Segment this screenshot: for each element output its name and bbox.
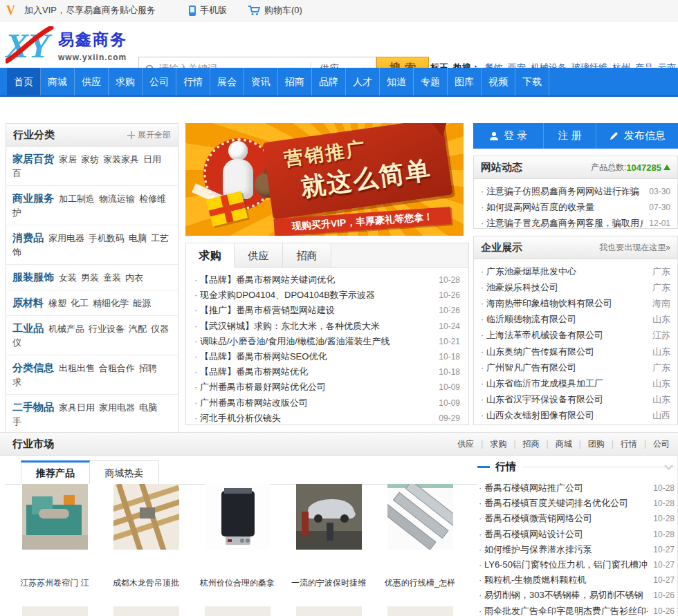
tab-mall-hot[interactable]: 商城热卖 (90, 460, 159, 485)
company-name[interactable]: 山东省临沂市龙成模具加工厂 (481, 377, 647, 390)
product-image[interactable] (387, 484, 453, 550)
category-link[interactable]: 手机数码 (89, 233, 125, 243)
nav-item-video[interactable]: 视频 (482, 68, 515, 95)
market-link[interactable]: 求购 (490, 438, 506, 450)
nav-item-brand[interactable]: 品牌 (312, 68, 346, 95)
nav-item-buy[interactable]: 求购 (109, 68, 143, 95)
product-caption[interactable]: 一流的宁波保时捷维 (284, 577, 374, 589)
category-link[interactable]: 出租出售 (59, 363, 95, 373)
product-caption[interactable]: 江苏苏州卷帘门 江 (10, 577, 100, 589)
company-name[interactable]: 海南热带印象植物饮料有限公司 (481, 297, 647, 310)
company-name[interactable]: 临沂顺德物流有限公司 (481, 313, 647, 326)
category-link[interactable]: 内衣 (125, 272, 143, 283)
nav-item-talent[interactable]: 人才 (346, 68, 380, 95)
category-link[interactable]: 家用电器 (99, 402, 135, 413)
buy-item-title[interactable]: 广州番禺市桥最好网站优化公司 (194, 381, 433, 393)
category-link[interactable]: 手 (12, 416, 21, 427)
category-link[interactable]: 童装 (103, 272, 121, 283)
category-link[interactable]: 男装 (81, 272, 99, 283)
nav-item-invest[interactable]: 招商 (278, 68, 312, 95)
company-name[interactable]: 山西众友镭射图像有限公司 (481, 409, 647, 422)
quote-title[interactable]: 番禺石楼镇网站推广公司 (479, 482, 648, 494)
market-link[interactable]: 公司 (653, 438, 670, 450)
nav-item-download[interactable]: 下载 (515, 68, 549, 95)
product-image[interactable] (387, 606, 453, 616)
category-link[interactable]: 机械产品 (48, 324, 84, 334)
category-title[interactable]: 二手物品 (12, 401, 54, 413)
market-link[interactable]: 团购 (588, 438, 605, 450)
product-caption[interactable]: 杭州价位合理的桑拿 (192, 577, 282, 589)
category-link[interactable]: 家用电器 (48, 233, 84, 243)
tab-recommended-products[interactable]: 推荐产品 (21, 460, 90, 485)
company-name[interactable]: 广东池豪烟草批发中心 (481, 265, 647, 278)
company-name[interactable]: 山东省汉宇环保设备有限公司 (481, 393, 647, 406)
cart-link[interactable]: 购物车(0) (248, 4, 302, 17)
category-title[interactable]: 服装服饰 (12, 271, 54, 283)
category-title[interactable]: 工业品 (12, 322, 44, 334)
category-title[interactable]: 分类信息 (12, 362, 54, 373)
category-link[interactable]: 招聘 (139, 363, 157, 373)
quote-title[interactable]: 如何维护与保养潜水排污泵 (479, 543, 648, 556)
category-link[interactable]: 家装家具 (103, 154, 139, 165)
company-name[interactable]: 山东奥纳广告传媒有限公司 (481, 346, 647, 358)
nav-item-knowledge[interactable]: 知道 (380, 68, 414, 95)
category-link[interactable]: 加工制造 (59, 194, 95, 204)
nav-item-mall[interactable]: 商城 (41, 68, 75, 95)
nav-item-topics[interactable]: 专题 (414, 68, 448, 95)
product-image[interactable] (22, 606, 88, 616)
buy-item-title[interactable]: 河北手机分析仪镜头 (194, 412, 433, 424)
category-title[interactable]: 消费品 (12, 232, 44, 243)
category-link[interactable]: 求 (12, 377, 21, 387)
category-link[interactable]: 橡塑 (48, 298, 66, 308)
news-title[interactable]: 注意骗子冒充易鑫商务网客服，骗取用户 (481, 217, 643, 230)
quote-title[interactable]: 番禺石楼镇百度关键词排名优化公司 (479, 497, 648, 510)
post-info-button[interactable]: 发布信息 (596, 123, 678, 149)
nav-item-expo[interactable]: 展会 (210, 68, 244, 95)
buy-item-title[interactable]: 调味品/小磨香油/食用油/橄榄油/酱油灌装生产线 (194, 335, 433, 348)
product-image[interactable] (205, 484, 271, 550)
mobile-version-link[interactable]: 手机版 (189, 4, 227, 17)
login-button[interactable]: 登 录 (473, 123, 544, 149)
buy-item-title[interactable]: 【品牌】番禺市桥网站优化 (194, 366, 433, 378)
buy-item-title[interactable]: 现金求购DPO4104、DPO4104B数字示波器 (194, 289, 433, 301)
register-button[interactable]: 注 册 (544, 123, 596, 149)
nav-item-company[interactable]: 公司 (143, 68, 176, 95)
company-name[interactable]: 广州智凡广告有限公司 (481, 362, 647, 374)
quote-title[interactable]: 雨伞批发广告伞印字昆明杰费广告衫丝印有 (479, 605, 648, 616)
buy-item-title[interactable]: 【品牌】番禺市桥网站关键词优化 (194, 274, 433, 286)
category-link[interactable]: 物流运输 (99, 194, 135, 204)
product-caption[interactable]: 成都木龙骨吊顶批 (101, 577, 191, 589)
vip-promo-link[interactable]: 加入VIP，尽享易鑫商务贴心服务 (24, 4, 156, 17)
company-name[interactable]: 池豪娱乐科技公司 (481, 281, 647, 294)
product-caption[interactable]: 优惠的行线槽_怎样 (375, 577, 465, 589)
companies-more-link[interactable]: 我也要出现在这里» (599, 242, 670, 254)
category-link[interactable]: 电脑 (139, 402, 157, 413)
quote-title[interactable]: 颗粒机-生物质燃料颗粒机 (479, 574, 648, 586)
buy-item-title[interactable]: 广州番禺市桥网站改版公司 (194, 397, 433, 409)
quote-title[interactable]: 易切削钢，303不锈钢棒，易切削不锈钢 (479, 589, 648, 601)
category-link[interactable]: 电脑 (129, 233, 147, 243)
market-link[interactable]: 供应 (457, 438, 474, 450)
product-image[interactable] (296, 606, 362, 616)
market-link[interactable]: 招商 (523, 438, 540, 450)
quote-title[interactable]: 番禺石楼镇微营销网络公司 (479, 512, 648, 525)
promo-banner[interactable]: 营销推广 就这么简单 现购买升VIP，丰厚豪礼等您拿！ (185, 123, 464, 236)
category-title[interactable]: 原材料 (12, 297, 44, 308)
category-link[interactable]: 家具日用 (59, 402, 95, 413)
product-image[interactable] (113, 606, 179, 616)
company-name[interactable]: 上海法革帝机械设备有限公司 (481, 329, 647, 342)
product-image[interactable] (296, 484, 362, 550)
news-title[interactable]: 注意骗子仿照易鑫商务网网站进行诈骗 (481, 185, 643, 198)
buy-item-title[interactable]: 【品牌】番禺市桥网站SEO优化 (194, 351, 433, 363)
news-title[interactable]: 如何提高网站百度的收录量 (481, 201, 643, 214)
tab-invest[interactable]: 招商 (283, 243, 331, 267)
quote-title[interactable]: 番禺石楼镇网站设计公司 (479, 528, 648, 541)
nav-item-supply[interactable]: 供应 (75, 68, 109, 95)
market-link[interactable]: 行情 (621, 438, 637, 450)
tab-supply[interactable]: 供应 (235, 243, 283, 267)
expand-all-link[interactable]: 展开全部 (127, 129, 171, 141)
market-link[interactable]: 商城 (556, 438, 572, 450)
nav-item-gallery[interactable]: 图库 (448, 68, 482, 95)
product-image[interactable] (22, 484, 88, 550)
category-link[interactable]: 精细化学 (93, 298, 129, 308)
